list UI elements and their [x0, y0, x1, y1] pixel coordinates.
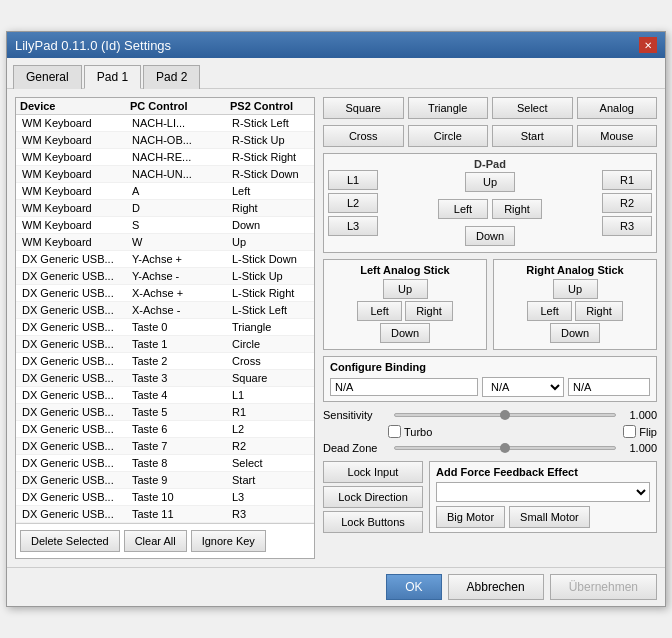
table-cell-ps2: Start	[230, 473, 314, 487]
table-row[interactable]: DX Generic USB...Taste 7R2	[16, 438, 314, 455]
table-cell-ps2: L-Stick Up	[230, 269, 314, 283]
ok-button[interactable]: OK	[386, 574, 441, 600]
triangle-button[interactable]: Triangle	[408, 97, 489, 119]
table-cell-ps2: Right	[230, 201, 314, 215]
table-row[interactable]: WM KeyboardNACH-LI...R-Stick Left	[16, 115, 314, 132]
lock-input-button[interactable]: Lock Input	[323, 461, 423, 483]
turbo-checkbox[interactable]	[388, 425, 401, 438]
big-motor-button[interactable]: Big Motor	[436, 506, 505, 528]
table-row[interactable]: WM KeyboardNACH-UN...R-Stick Down	[16, 166, 314, 183]
dpad-up-button[interactable]: Up	[465, 172, 515, 192]
table-cell-ps2: L2	[230, 422, 314, 436]
right-stick-right[interactable]: Right	[575, 301, 623, 321]
table-cell-pc: NACH-LI...	[130, 116, 230, 130]
left-stick-down[interactable]: Down	[380, 323, 430, 343]
right-stick-mid-row: Left Right	[498, 301, 652, 321]
table-row[interactable]: WM KeyboardNACH-OB...R-Stick Up	[16, 132, 314, 149]
r3-button[interactable]: R3	[602, 216, 652, 236]
turbo-checkbox-label[interactable]: Turbo	[388, 425, 432, 438]
r1-button[interactable]: R1	[602, 170, 652, 190]
main-content: Device PC Control PS2 Control WM Keyboar…	[7, 89, 665, 567]
right-stick-down-row: Down	[498, 323, 652, 343]
l3-button[interactable]: L3	[328, 216, 378, 236]
l1-button[interactable]: L1	[328, 170, 378, 190]
table-row[interactable]: DX Generic USB...Taste 10L3	[16, 489, 314, 506]
right-stick-up[interactable]: Up	[553, 279, 598, 299]
table-row[interactable]: DX Generic USB...Taste 3Square	[16, 370, 314, 387]
table-row[interactable]: DX Generic USB...Taste 8Select	[16, 455, 314, 472]
table-row[interactable]: DX Generic USB...Taste 4L1	[16, 387, 314, 404]
deadzone-slider[interactable]	[394, 441, 616, 455]
lock-direction-button[interactable]: Lock Direction	[323, 486, 423, 508]
left-stick-left[interactable]: Left	[357, 301, 402, 321]
flip-checkbox-label[interactable]: Flip	[623, 425, 657, 438]
dpad-down-row: Down	[465, 226, 515, 246]
table-row[interactable]: DX Generic USB...Taste 5R1	[16, 404, 314, 421]
table-row[interactable]: DX Generic USB...Y-Achse -L-Stick Up	[16, 268, 314, 285]
table-cell-device: DX Generic USB...	[20, 252, 130, 266]
right-stick-down[interactable]: Down	[550, 323, 600, 343]
r2-button[interactable]: R2	[602, 193, 652, 213]
ff-effect-select[interactable]	[436, 482, 650, 502]
sensitivity-slider[interactable]	[394, 408, 616, 422]
ignore-key-button[interactable]: Ignore Key	[191, 530, 266, 552]
table-row[interactable]: DX Generic USB...Taste 2Cross	[16, 353, 314, 370]
delete-selected-button[interactable]: Delete Selected	[20, 530, 120, 552]
config-field3[interactable]	[568, 378, 650, 396]
l2-button[interactable]: L2	[328, 193, 378, 213]
table-row[interactable]: DX Generic USB...Taste 0Triangle	[16, 319, 314, 336]
table-row[interactable]: DX Generic USB...Taste 9Start	[16, 472, 314, 489]
right-stick-up-row: Up	[498, 279, 652, 299]
table-row[interactable]: WM KeyboardDRight	[16, 200, 314, 217]
dpad-right-button[interactable]: Right	[492, 199, 542, 219]
flip-checkbox[interactable]	[623, 425, 636, 438]
table-row[interactable]: WM KeyboardSDown	[16, 217, 314, 234]
circle-button[interactable]: Circle	[408, 125, 489, 147]
tab-pad1[interactable]: Pad 1	[84, 65, 141, 89]
dpad-down-button[interactable]: Down	[465, 226, 515, 246]
close-button[interactable]: ✕	[639, 37, 657, 53]
list-bottom-buttons: Delete Selected Clear All Ignore Key	[16, 523, 314, 558]
table-cell-pc: Taste 5	[130, 405, 230, 419]
mouse-button[interactable]: Mouse	[577, 125, 658, 147]
right-stick-left[interactable]: Left	[527, 301, 572, 321]
analog-button[interactable]: Analog	[577, 97, 658, 119]
clear-all-button[interactable]: Clear All	[124, 530, 187, 552]
table-row[interactable]: DX Generic USB...Taste 11R3	[16, 506, 314, 523]
apply-button[interactable]: Übernehmen	[550, 574, 657, 600]
table-row[interactable]: DX Generic USB...X-Achse +L-Stick Right	[16, 285, 314, 302]
tab-general[interactable]: General	[13, 65, 82, 89]
small-motor-button[interactable]: Small Motor	[509, 506, 590, 528]
table-cell-ps2: Square	[230, 371, 314, 385]
cancel-button[interactable]: Abbrechen	[448, 574, 544, 600]
analog-sticks-section: Left Analog Stick Up Left Right Down Rig…	[323, 259, 657, 350]
left-stick-label: Left Analog Stick	[328, 264, 482, 276]
table-cell-device: DX Generic USB...	[20, 337, 130, 351]
table-row[interactable]: DX Generic USB...Taste 1Circle	[16, 336, 314, 353]
table-row[interactable]: WM KeyboardWUp	[16, 234, 314, 251]
config-dropdown[interactable]: N/A	[482, 377, 564, 397]
left-stick-right[interactable]: Right	[405, 301, 453, 321]
table-cell-pc: A	[130, 184, 230, 198]
table-row[interactable]: DX Generic USB...X-Achse -L-Stick Left	[16, 302, 314, 319]
device-list-body[interactable]: WM KeyboardNACH-LI...R-Stick LeftWM Keyb…	[16, 115, 314, 523]
table-row[interactable]: WM KeyboardALeft	[16, 183, 314, 200]
select-button[interactable]: Select	[492, 97, 573, 119]
sensitivity-section: Sensitivity 1.000 Turbo Flip Dead Zone	[323, 408, 657, 455]
table-cell-ps2: R-Stick Up	[230, 133, 314, 147]
dpad-left-button[interactable]: Left	[438, 199, 488, 219]
table-cell-device: DX Generic USB...	[20, 388, 130, 402]
table-row[interactable]: WM KeyboardNACH-RE...R-Stick Right	[16, 149, 314, 166]
ff-motor-buttons: Big Motor Small Motor	[436, 506, 650, 528]
config-field1[interactable]	[330, 378, 478, 396]
configure-row: N/A	[330, 377, 650, 397]
lock-buttons-button[interactable]: Lock Buttons	[323, 511, 423, 533]
left-stick-up[interactable]: Up	[383, 279, 428, 299]
cross-button[interactable]: Cross	[323, 125, 404, 147]
tab-pad2[interactable]: Pad 2	[143, 65, 200, 89]
square-button[interactable]: Square	[323, 97, 404, 119]
table-row[interactable]: DX Generic USB...Taste 6L2	[16, 421, 314, 438]
table-cell-device: DX Generic USB...	[20, 303, 130, 317]
table-row[interactable]: DX Generic USB...Y-Achse +L-Stick Down	[16, 251, 314, 268]
start-button[interactable]: Start	[492, 125, 573, 147]
